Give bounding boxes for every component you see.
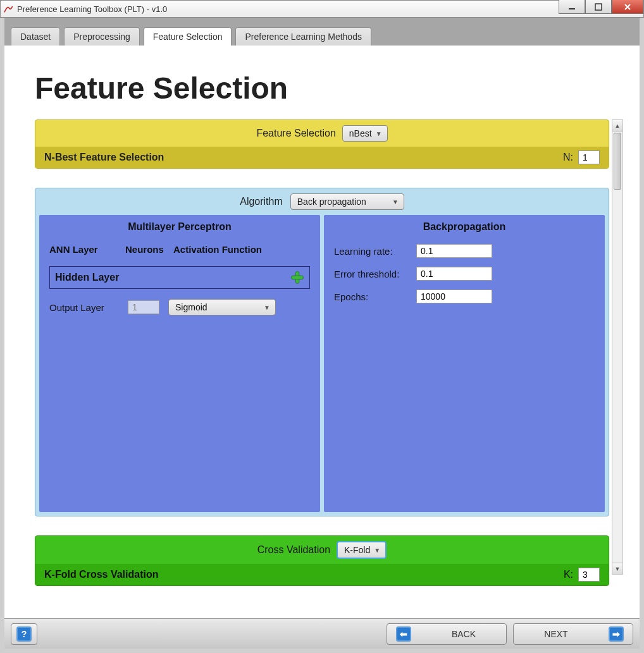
cross-validation-label: Cross Validation [257,544,330,556]
help-icon: ? [16,626,32,642]
help-button[interactable]: ? [11,623,37,645]
col-activation: Activation Function [173,244,310,255]
learning-rate-label: Learning rate: [334,246,416,257]
hidden-layer-label: Hidden Layer [55,272,119,283]
k-label: K: [564,569,573,580]
scroll-down-icon[interactable]: ▼ [612,563,622,574]
feature-selection-panel: Feature Selection nBest ▼ N-Best Feature… [35,119,609,169]
epochs-label: Epochs: [334,291,416,302]
algorithm-label: Algorithm [240,196,283,207]
arrow-right-icon: ➡ [609,626,624,642]
next-label: NEXT [523,629,590,639]
back-button[interactable]: ⬅ BACK [387,623,507,645]
algorithm-panel: Algorithm Back propagation ▼ Multilayer … [35,188,609,516]
page-heading: Feature Selection [35,71,609,106]
cross-validation-panel: Cross Validation K-Fold ▼ K-Fold Cross V… [35,535,609,586]
back-label: BACK [430,629,497,639]
output-activation-select[interactable]: Sigmoid ▼ [168,299,276,315]
arrow-left-icon: ⬅ [396,626,411,642]
tab-preference-learning[interactable]: Preference Learning Methods [235,27,371,46]
scrollbar[interactable]: ▲ ▼ [612,119,623,575]
scroll-up-icon[interactable]: ▲ [612,120,622,131]
backprop-column: Backpropagation Learning rate: Error thr… [324,215,605,512]
n-input[interactable] [578,150,600,164]
minimize-button[interactable] [559,0,585,14]
feature-selection-subtitle: N-Best Feature Selection [44,152,164,163]
error-threshold-input[interactable] [416,267,492,281]
cross-validation-select[interactable]: K-Fold ▼ [337,541,387,559]
feature-selection-select[interactable]: nBest ▼ [342,125,388,142]
backprop-title: Backpropagation [334,221,595,233]
n-label: N: [563,152,573,163]
maximize-button[interactable] [585,0,612,14]
output-activation-value: Sigmoid [175,302,207,312]
chevron-down-icon: ▼ [392,198,399,205]
mlp-column: Multilayer Perceptron ANN Layer Neurons … [39,215,320,512]
feature-selection-label: Feature Selection [256,128,335,139]
next-button[interactable]: NEXT ➡ [513,623,633,645]
close-button[interactable] [612,0,643,14]
svg-rect-1 [595,4,602,10]
bottom-bar: ? ⬅ BACK NEXT ➡ [4,618,640,649]
add-icon[interactable] [290,271,304,284]
tab-dataset[interactable]: Dataset [11,27,60,46]
window-title: Preference Learning Toolbox (PLT) - v1.0 [17,4,167,14]
output-layer-label: Output Layer [49,302,119,313]
hidden-layer-row[interactable]: Hidden Layer [49,266,310,289]
col-neurons: Neurons [125,244,173,255]
algorithm-select[interactable]: Back propagation ▼ [290,193,404,210]
app-icon [3,4,13,14]
learning-rate-input[interactable] [416,244,492,258]
chevron-down-icon: ▼ [376,130,382,137]
scroll-thumb[interactable] [614,133,621,190]
tab-preprocessing[interactable]: Preprocessing [64,27,140,46]
col-ann-layer: ANN Layer [49,244,125,255]
mlp-title: Multilayer Perceptron [49,221,310,233]
svg-rect-3 [292,276,303,279]
chevron-down-icon: ▼ [374,547,380,554]
error-threshold-label: Error threshold: [334,269,416,279]
k-input[interactable] [578,568,600,582]
feature-selection-select-value: nBest [349,128,372,138]
tab-feature-selection[interactable]: Feature Selection [144,27,232,46]
svg-rect-0 [569,8,575,9]
cross-validation-select-value: K-Fold [344,545,370,555]
algorithm-select-value: Back propagation [297,197,366,207]
epochs-input[interactable] [416,290,492,303]
output-neurons-input [128,300,159,314]
tab-strip: Dataset Preprocessing Feature Selection … [4,18,640,46]
chevron-down-icon: ▼ [264,304,270,311]
cross-validation-subtitle: K-Fold Cross Validation [44,569,158,580]
titlebar: Preference Learning Toolbox (PLT) - v1.0 [0,0,644,18]
